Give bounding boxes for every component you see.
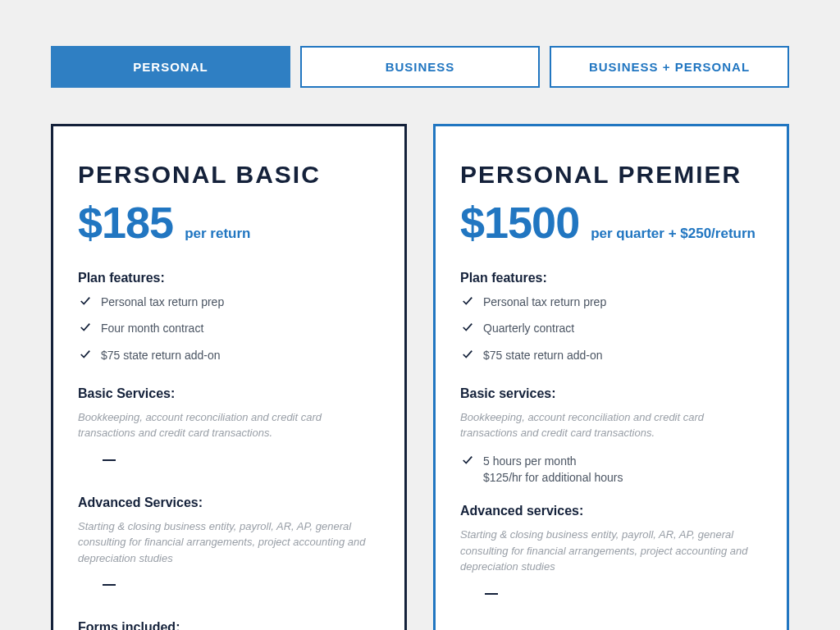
dash-icon bbox=[103, 459, 116, 461]
advanced-services-block: Advanced Services: Starting & closing bu… bbox=[78, 495, 380, 603]
advanced-services-desc: Starting & closing business entity, payr… bbox=[78, 518, 380, 567]
pricing-plans: PERSONAL BASIC $185 per return Plan feat… bbox=[51, 124, 789, 630]
tab-personal[interactable]: PERSONAL bbox=[51, 46, 290, 88]
check-icon bbox=[80, 295, 91, 307]
basic-services-desc: Bookkeeping, account reconciliation and … bbox=[460, 409, 762, 441]
check-icon bbox=[462, 454, 473, 466]
check-icon bbox=[462, 322, 473, 333]
list-item: Personal tax return prep bbox=[483, 294, 762, 310]
tab-business-personal[interactable]: BUSINESS + PERSONAL bbox=[550, 46, 789, 88]
plan-personal-basic: PERSONAL BASIC $185 per return Plan feat… bbox=[51, 124, 407, 630]
plan-tabs: PERSONAL BUSINESS BUSINESS + PERSONAL bbox=[51, 0, 789, 88]
plan-price: $1500 bbox=[460, 197, 579, 248]
plan-price-sub: per return bbox=[185, 225, 250, 242]
plan-price: $185 bbox=[78, 197, 173, 248]
plan-title: PERSONAL PREMIER bbox=[460, 161, 762, 189]
plan-features-block: Plan features: Personal tax return prep … bbox=[78, 271, 380, 363]
plan-features-block: Plan features: Personal tax return prep … bbox=[460, 271, 762, 363]
item-text: Personal tax return prep bbox=[483, 295, 606, 308]
plan-features-list: Personal tax return prep Four month cont… bbox=[78, 294, 380, 363]
advanced-services-heading: Advanced services: bbox=[460, 504, 762, 518]
dash-icon bbox=[103, 584, 116, 586]
forms-block: Forms included: Form 1040, Schedule A, S… bbox=[78, 620, 380, 630]
basic-services-block: Basic Services: Bookkeeping, account rec… bbox=[78, 386, 380, 477]
list-item: 5 hours per month $125/hr for additional… bbox=[483, 453, 762, 486]
dash-icon bbox=[485, 593, 498, 595]
price-row: $1500 per quarter + $250/return bbox=[460, 197, 762, 248]
advanced-services-heading: Advanced Services: bbox=[78, 495, 380, 510]
list-item: $75 state return add-on bbox=[101, 347, 380, 363]
check-icon bbox=[80, 322, 91, 333]
basic-services-heading: Basic services: bbox=[460, 386, 762, 401]
advanced-services-desc: Starting & closing business entity, payr… bbox=[460, 527, 762, 575]
plan-personal-premier: PERSONAL PREMIER $1500 per quarter + $25… bbox=[433, 124, 789, 630]
check-icon bbox=[462, 349, 473, 360]
plan-features-heading: Plan features: bbox=[460, 271, 762, 285]
forms-heading: Forms included: bbox=[78, 620, 380, 630]
plan-title: PERSONAL BASIC bbox=[78, 161, 380, 189]
basic-services-list: 5 hours per month $125/hr for additional… bbox=[460, 453, 762, 486]
item-text: $75 state return add-on bbox=[483, 349, 603, 362]
list-item: Quarterly contract bbox=[483, 320, 762, 336]
plan-features-list: Personal tax return prep Quarterly contr… bbox=[460, 294, 762, 363]
item-text: 5 hours per month $125/hr for additional… bbox=[483, 454, 623, 484]
plan-price-sub: per quarter + $250/return bbox=[591, 225, 756, 242]
item-text: Four month contract bbox=[101, 322, 203, 335]
check-icon bbox=[80, 349, 91, 360]
plan-features-heading: Plan features: bbox=[78, 271, 380, 285]
item-text: $75 state return add-on bbox=[101, 349, 221, 362]
list-item: Four month contract bbox=[101, 320, 380, 336]
item-text: Quarterly contract bbox=[483, 322, 574, 335]
basic-services-desc: Bookkeeping, account reconciliation and … bbox=[78, 409, 380, 441]
basic-services-heading: Basic Services: bbox=[78, 386, 380, 401]
list-item: Personal tax return prep bbox=[101, 294, 380, 310]
tab-business[interactable]: BUSINESS bbox=[300, 46, 540, 88]
list-item: $75 state return add-on bbox=[483, 347, 762, 363]
price-row: $185 per return bbox=[78, 197, 380, 248]
basic-services-block: Basic services: Bookkeeping, account rec… bbox=[460, 386, 762, 486]
check-icon bbox=[462, 295, 473, 307]
advanced-services-block: Advanced services: Starting & closing bu… bbox=[460, 504, 762, 611]
item-text: Personal tax return prep bbox=[101, 295, 224, 308]
